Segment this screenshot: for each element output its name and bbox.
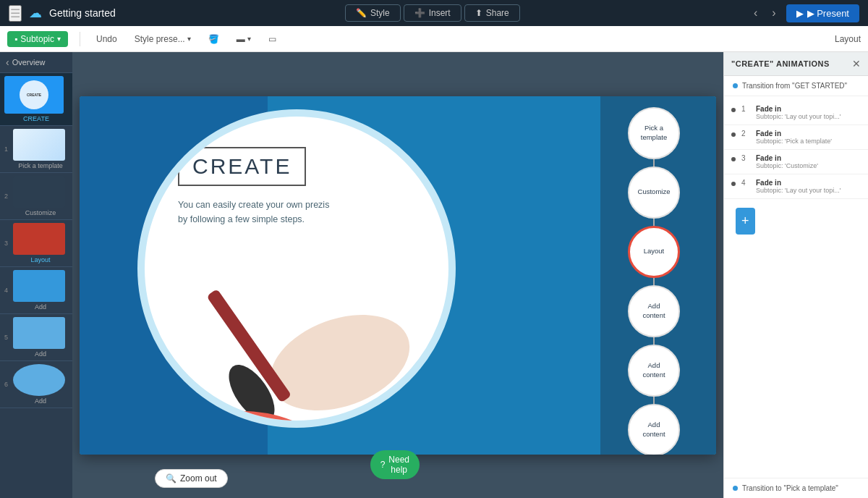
circle-content: CREATE You can easily create your own pr… <box>145 117 448 241</box>
slide-label-6: Add <box>13 397 68 405</box>
sidebar-back-button[interactable]: ‹ <box>6 56 9 68</box>
device-icon: ▭ <box>268 34 276 44</box>
panel-title: "CREATE" ANIMATIONS <box>731 59 830 68</box>
anim-item-1: 1 Fade in Subtopic: 'Lay out your topi..… <box>724 101 868 125</box>
top-bar-center: ✏️ Style ➕ Insert ⬆ Share <box>345 4 520 22</box>
layout-dropdown-icon: ▾ <box>247 35 251 43</box>
circle-add-content-3[interactable]: Addcontent <box>628 404 680 455</box>
slide-label-create: CREATE <box>4 115 68 122</box>
style-button[interactable]: ✏️ Style <box>345 4 401 22</box>
connector-5 <box>653 397 655 404</box>
present-icon: ▶ <box>796 8 804 19</box>
connector-2 <box>653 219 655 226</box>
circle-pick-template-label: Pick atemplate <box>641 124 667 142</box>
anim-type-1: Fade in <box>756 105 861 113</box>
layout-toggle-button[interactable]: ▬ ▾ <box>232 32 255 46</box>
circle-add-content-2[interactable]: Addcontent <box>628 345 680 397</box>
create-description: You can easily create your own prezis by… <box>178 198 330 227</box>
slide-item-2[interactable]: 2 Customize <box>0 173 72 220</box>
slide-thumb-4 <box>13 270 65 302</box>
circle-add-content-1-label: Addcontent <box>642 302 665 320</box>
animation-list: 1 Fade in Subtopic: 'Lay out your topi..… <box>724 96 868 478</box>
anim-content-4: Fade in Subtopic: 'Lay out your topi...' <box>756 179 861 194</box>
circle-customize[interactable]: Customize <box>628 166 680 219</box>
panel-transition-from: Transition from "GET STARTED" <box>724 76 868 96</box>
undo-button[interactable]: Undo <box>92 32 122 46</box>
create-title-box: CREATE <box>178 147 306 186</box>
anim-subtitle-3: Subtopic: 'Customize' <box>756 162 861 169</box>
anim-num-3: 3 <box>741 154 750 162</box>
layout-icon: ▬ <box>237 34 245 44</box>
connector-1 <box>653 159 655 166</box>
subtopic-button[interactable]: ▪ Subtopic ▾ <box>7 31 68 47</box>
share-icon: ⬆ <box>475 8 482 18</box>
panel-close-button[interactable]: ✕ <box>852 58 861 69</box>
subtopic-dropdown-icon: ▾ <box>57 35 61 43</box>
slide-item-6[interactable]: 6 Add <box>0 361 72 408</box>
circle-layout[interactable]: Layout <box>628 226 680 278</box>
sidebar-overview-label: Overview <box>12 58 46 67</box>
sidebar: ‹ Overview CREATE CREATE 1 Pick a templa… <box>0 52 72 498</box>
device-toggle-button[interactable]: ▭ <box>264 32 281 46</box>
style-preset-dropdown-icon: ▾ <box>187 35 191 43</box>
insert-button[interactable]: ➕ Insert <box>404 4 461 22</box>
zoom-out-button[interactable]: 🔍 Zoom out <box>155 469 228 488</box>
help-button[interactable]: ? Need help <box>370 450 420 479</box>
circle-layout-label: Layout <box>644 247 665 256</box>
slide-label-3: Layout <box>13 256 68 263</box>
connector-4 <box>653 337 655 345</box>
canvas-area: CREATE You can easily create your own pr… <box>72 52 723 498</box>
share-button[interactable]: ⬆ Share <box>464 4 520 22</box>
zoom-bar: 🔍 Zoom out <box>155 469 228 488</box>
anim-subtitle-4: Subtopic: 'Lay out your topi...' <box>756 187 861 194</box>
top-bar: ☰ ☁ Getting started ✏️ Style ➕ Insert ⬆ … <box>0 0 868 26</box>
slide-label-4: Add <box>13 303 68 311</box>
style-preset-button[interactable]: Style prese... ▾ <box>130 32 195 46</box>
connector-3 <box>653 278 655 285</box>
circle-pick-template[interactable]: Pick atemplate <box>628 107 680 159</box>
sidebar-header: ‹ Overview <box>0 52 72 73</box>
nav-next-button[interactable]: › <box>767 5 780 21</box>
slide-label-2: Customize <box>13 209 68 216</box>
slide-num-4: 4 <box>4 287 10 294</box>
nav-prev-button[interactable]: ‹ <box>749 5 762 21</box>
create-title: CREATE <box>192 154 292 178</box>
anim-dot-3 <box>731 157 736 161</box>
style-icon: ✏️ <box>356 8 367 18</box>
menu-button[interactable]: ☰ <box>9 5 22 22</box>
anim-item-2: 2 Fade in Subtopic: 'Pick a template' <box>724 125 868 150</box>
toolbar-separator <box>80 32 80 46</box>
help-icon: ? <box>380 460 386 470</box>
add-icon: + <box>741 214 749 229</box>
add-animation-button[interactable]: + <box>736 208 755 235</box>
top-bar-left: ☰ ☁ Getting started <box>9 5 116 22</box>
slide-canvas: CREATE You can easily create your own pr… <box>80 96 716 455</box>
anim-dot-1 <box>731 108 736 112</box>
cloud-icon: ☁ <box>29 5 42 21</box>
anim-type-4: Fade in <box>756 179 861 187</box>
circle-add-content-2-label: Addcontent <box>642 361 665 379</box>
toolbar: ▪ Subtopic ▾ Undo Style prese... ▾ 🪣 ▬ ▾… <box>0 26 868 52</box>
slide-item-5[interactable]: 5 Add <box>0 314 72 361</box>
slide-num-6: 6 <box>4 381 10 388</box>
slide-item-create[interactable]: CREATE CREATE <box>0 73 72 126</box>
slide-thumb-1 <box>13 129 65 161</box>
anim-num-1: 1 <box>741 105 750 113</box>
anim-item-3: 3 Fade in Subtopic: 'Customize' <box>724 150 868 174</box>
slide-item-4[interactable]: 4 Add <box>0 267 72 314</box>
circle-add-content-1[interactable]: Addcontent <box>628 285 680 337</box>
present-button[interactable]: ▶ ▶ Present <box>786 4 859 22</box>
add-animation-wrapper: + <box>724 199 868 243</box>
anim-dot-2 <box>731 132 736 137</box>
right-panel: "CREATE" ANIMATIONS ✕ Transition from "G… <box>723 52 868 498</box>
anim-dot-4 <box>731 182 736 186</box>
paint-bucket-icon: 🪣 <box>208 34 219 44</box>
insert-icon: ➕ <box>414 8 425 18</box>
slide-item-3[interactable]: 3 Layout <box>0 220 72 267</box>
circles-column: Pick atemplate Customize Layout Addconte… <box>628 107 680 455</box>
anim-item-4: 4 Fade in Subtopic: 'Lay out your topi..… <box>724 174 868 199</box>
paint-bucket-button[interactable]: 🪣 <box>204 32 224 46</box>
slide-item-1[interactable]: 1 Pick a template <box>0 126 72 173</box>
slide-num-2: 2 <box>4 193 10 200</box>
anim-content-1: Fade in Subtopic: 'Lay out your topi...' <box>756 105 861 120</box>
